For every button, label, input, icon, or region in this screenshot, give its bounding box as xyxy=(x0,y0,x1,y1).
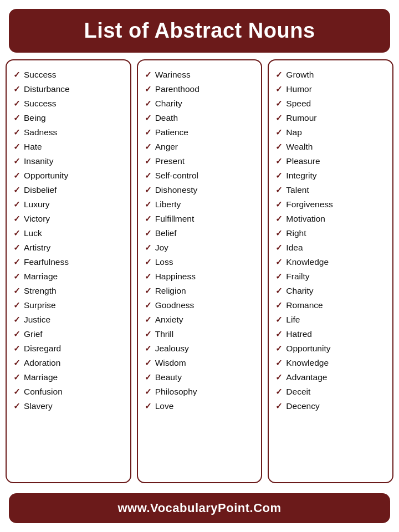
list-item: ✓Integrity xyxy=(274,169,387,182)
check-icon: ✓ xyxy=(275,142,283,152)
list-item-label: Romance xyxy=(286,300,323,310)
list-item: ✓Growth xyxy=(274,68,387,81)
list-item-label: Slavery xyxy=(24,401,53,411)
list-item-label: Rumour xyxy=(286,113,316,123)
list-item: ✓Goodness xyxy=(144,299,256,312)
check-icon: ✓ xyxy=(275,344,283,354)
list-item: ✓Frailty xyxy=(274,270,387,283)
list-item: ✓Confusion xyxy=(12,385,125,398)
list-item-label: Religion xyxy=(155,286,186,296)
list-item: ✓Grief xyxy=(12,328,125,341)
check-icon: ✓ xyxy=(145,127,152,137)
check-icon: ✓ xyxy=(13,372,21,382)
list-item: ✓Disregard xyxy=(12,342,125,355)
list-item-label: Artistry xyxy=(24,243,50,253)
check-icon: ✓ xyxy=(145,243,152,253)
list-item-label: Thrill xyxy=(155,329,174,339)
check-icon: ✓ xyxy=(13,315,21,325)
list-item: ✓Anxiety xyxy=(144,313,256,326)
check-icon: ✓ xyxy=(275,315,283,325)
list-item: ✓Dishonesty xyxy=(144,183,256,197)
check-icon: ✓ xyxy=(275,185,283,195)
list-item-label: Loss xyxy=(155,257,173,267)
list-item: ✓Rumour xyxy=(274,111,387,125)
list-item: ✓Nap xyxy=(274,126,387,139)
check-icon: ✓ xyxy=(13,228,21,238)
list-item: ✓Advantage xyxy=(274,371,387,384)
check-icon: ✓ xyxy=(13,142,21,152)
list-item-label: Surprise xyxy=(24,300,56,310)
list-item-label: Growth xyxy=(286,70,314,80)
check-icon: ✓ xyxy=(145,70,152,80)
list-item-label: Luck xyxy=(24,228,42,238)
check-icon: ✓ xyxy=(13,127,21,137)
list-item-label: Wariness xyxy=(155,70,191,80)
list-item-label: Sadness xyxy=(24,127,57,137)
check-icon: ✓ xyxy=(145,84,152,94)
list-item: ✓Death xyxy=(144,111,256,125)
check-icon: ✓ xyxy=(13,84,21,94)
check-icon: ✓ xyxy=(145,387,152,397)
list-item-label: Being xyxy=(24,113,46,123)
list-item-label: Jealousy xyxy=(155,344,189,354)
list-item-label: Fearfulness xyxy=(24,257,69,267)
list-item-label: Beauty xyxy=(155,372,182,382)
check-icon: ✓ xyxy=(275,84,283,94)
list-item-label: Grief xyxy=(24,329,43,339)
check-icon: ✓ xyxy=(275,401,283,411)
list-item: ✓Strength xyxy=(12,284,125,298)
page-header: List of Abstract Nouns xyxy=(9,9,390,53)
list-item-label: Parenthood xyxy=(155,84,200,94)
check-icon: ✓ xyxy=(145,329,152,339)
footer-url: www.VocabularyPoint.Com xyxy=(117,501,281,515)
list-item: ✓Happiness xyxy=(144,270,256,283)
list-item-label: Present xyxy=(155,156,185,166)
check-icon: ✓ xyxy=(13,200,21,209)
list-item: ✓Opportunity xyxy=(12,169,125,182)
list-item-label: Marriage xyxy=(24,372,58,382)
page-footer: www.VocabularyPoint.Com xyxy=(9,493,390,523)
list-item-label: Knowledge xyxy=(286,257,329,267)
list-item-label: Adoration xyxy=(24,358,60,368)
list-item-label: Idea xyxy=(286,243,303,253)
list-item-label: Frailty xyxy=(286,272,309,282)
list-item-label: Love xyxy=(155,401,174,411)
list-item-label: Anxiety xyxy=(155,315,183,325)
list-item-label: Hate xyxy=(24,142,42,152)
check-icon: ✓ xyxy=(275,214,283,224)
check-icon: ✓ xyxy=(13,185,21,195)
columns-container: ✓Success✓Disturbance✓Success✓Being✓Sadne… xyxy=(6,59,393,489)
list-item-label: Strength xyxy=(24,286,57,296)
list-item: ✓Romance xyxy=(274,299,387,312)
check-icon: ✓ xyxy=(13,214,21,224)
list-item-label: Wisdom xyxy=(155,358,186,368)
list-item: ✓Marriage xyxy=(12,371,125,384)
list-item: ✓Fulfillment xyxy=(144,212,256,226)
list-item: ✓Knowledge xyxy=(274,356,387,370)
list-item: ✓Adoration xyxy=(12,356,125,370)
check-icon: ✓ xyxy=(13,99,21,109)
column-2: ✓Wariness✓Parenthood✓Charity✓Death✓Patie… xyxy=(137,59,263,483)
check-icon: ✓ xyxy=(275,156,283,166)
list-item: ✓Disbelief xyxy=(12,183,125,197)
list-item-label: Nap xyxy=(286,127,301,137)
list-item-label: Integrity xyxy=(286,171,316,181)
list-item-label: Humor xyxy=(286,84,312,94)
check-icon: ✓ xyxy=(13,171,21,181)
list-item: ✓Speed xyxy=(274,97,387,110)
list-item-label: Charity xyxy=(155,99,182,109)
check-icon: ✓ xyxy=(13,156,21,166)
check-icon: ✓ xyxy=(275,329,283,339)
list-item-label: Happiness xyxy=(155,272,196,282)
check-icon: ✓ xyxy=(145,99,152,109)
list-item-label: Victory xyxy=(24,214,50,224)
check-icon: ✓ xyxy=(145,156,152,166)
list-item: ✓Deceit xyxy=(274,385,387,398)
list-item: ✓Victory xyxy=(12,212,125,226)
list-item-label: Success xyxy=(24,70,57,80)
list-item-label: Charity xyxy=(286,286,313,296)
page-title: List of Abstract Nouns xyxy=(22,19,377,43)
check-icon: ✓ xyxy=(275,257,283,267)
list-item: ✓Luck xyxy=(12,227,125,240)
list-item: ✓Slavery xyxy=(12,400,125,413)
